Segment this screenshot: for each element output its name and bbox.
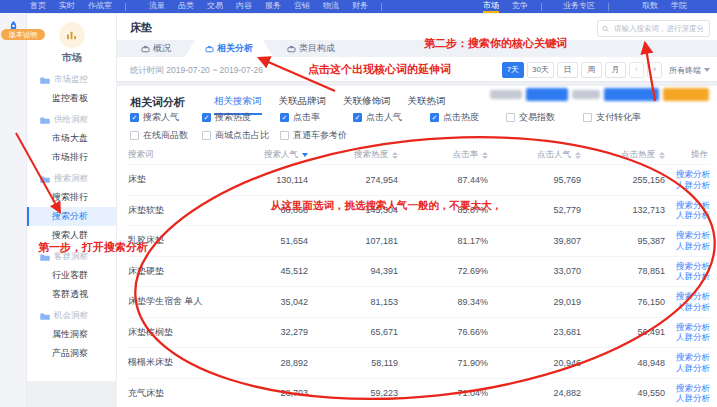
sidebar-group-市场监控[interactable]: 市场监控 [27,71,116,89]
nav-item-作战室[interactable]: 作战室 [88,0,112,13]
column-header-点击率[interactable]: 点击率 [398,149,488,161]
sidebar-item-客群透视[interactable]: 客群透视 [27,285,116,304]
metric-点击率[interactable]: ✓点击率 [280,111,353,124]
action-link-搜索分析[interactable]: 搜索分析 [665,291,710,302]
metric-支付转化率[interactable]: 支付转化率 [583,111,708,124]
keyword-cell: 床垫软垫 [128,204,244,217]
sidebar-item-产品洞察[interactable]: 产品洞察 [27,344,116,363]
action-link-人群分析[interactable]: 人群分析 [665,332,710,343]
value-cell: 39,807 [488,236,581,246]
page-title: 床垫 [130,20,152,35]
value-cell: 71.04% [398,388,488,398]
keyword-cell: 床垫硬垫 [128,265,244,278]
nav-item-服务[interactable]: 服务 [265,0,281,13]
nav-item-首页[interactable]: 首页 [30,0,46,13]
nav-item-市场[interactable]: 市场 [483,0,499,13]
search-icon [602,25,609,33]
action-link-搜索分析[interactable]: 搜索分析 [665,200,710,211]
page-header: 床垫 [117,14,717,40]
nav-item-竞争[interactable]: 竞争 [512,0,528,13]
nav-item-财务[interactable]: 财务 [352,0,368,13]
stat-time: 统计时间 2019-07-20 ~ 2019-07-26 [130,65,263,77]
metric-点击热度[interactable]: ✓点击热度 [430,111,506,124]
nav-item-内容[interactable]: 内容 [236,0,252,13]
sidebar-group-供给洞察[interactable]: 供给洞察 [27,111,116,129]
top-nav: 首页实时作战室流量品类交易内容服务营销物流财务市场竞争业务专区取数学院 [0,0,717,13]
column-header-label: 点击热度 [621,149,655,161]
value-cell: 255,156 [581,175,665,185]
column-header-label: 搜索词 [128,149,154,161]
sidebar-item-监控看板[interactable]: 监控看板 [27,89,116,108]
column-header-搜索热度[interactable]: 搜索热度 [308,149,398,161]
metric-直通车参考价[interactable]: 直通车参考价 [280,129,353,142]
checkbox-icon [130,131,139,140]
terminal-dropdown[interactable]: 所有终端 [669,65,710,76]
action-link-人群分析[interactable]: 人群分析 [665,393,710,404]
sidebar-item-行业客群[interactable]: 行业客群 [27,266,116,285]
action-link-搜索分析[interactable]: 搜索分析 [665,322,710,333]
nav-divider [381,3,382,11]
value-cell: 33,070 [488,266,581,276]
checkbox-icon [202,131,211,140]
sidebar-menu: 市场监控监控看板供给洞察市场大盘市场排行搜索洞察搜索排行搜索分析搜索人群客群洞察… [27,71,116,363]
action-link-搜索分析[interactable]: 搜索分析 [665,261,710,272]
metric-点击人气[interactable]: ✓点击人气 [353,111,430,124]
next-page-button[interactable]: › [647,62,662,78]
nav-item-营销[interactable]: 营销 [294,0,310,13]
date-button-日[interactable]: 日 [557,62,578,78]
annotation-select-tip: 从这里面选词，挑选搜索人气一般的，不要太大， [271,199,502,213]
column-header-搜索人气[interactable]: 搜索人气 [244,149,308,161]
blue-button[interactable] [604,88,659,101]
action-link-人群分析[interactable]: 人群分析 [665,210,710,221]
action-link-人群分析[interactable]: 人群分析 [665,363,710,374]
metric-搜索人气[interactable]: ✓搜索人气 [130,111,202,124]
nav-item-学院[interactable]: 学院 [671,0,687,13]
metric-交易指数[interactable]: 交易指数 [506,111,583,124]
action-link-人群分析[interactable]: 人群分析 [665,180,710,191]
nav-item-取数[interactable]: 取数 [642,0,658,13]
tab-概况[interactable]: 概况 [127,40,185,57]
nav-item-物流[interactable]: 物流 [323,0,339,13]
column-header-点击热度[interactable]: 点击热度 [581,149,665,161]
metric-搜索热度[interactable]: ✓搜索热度 [202,111,280,124]
nav-item-流量[interactable]: 流量 [149,0,165,13]
tab-相关分析[interactable]: 相关分析 [185,40,273,57]
nav-item-品类[interactable]: 品类 [178,0,194,13]
checkbox-icon: ✓ [353,113,362,122]
sidebar-group-机会洞察[interactable]: 机会洞察 [27,307,116,325]
action-link-人群分析[interactable]: 人群分析 [665,241,710,252]
nav-item-实时[interactable]: 实时 [59,0,75,13]
tab-类目构成[interactable]: 类目构成 [273,40,349,57]
search-input[interactable] [612,23,705,34]
sidebar-item-搜索分析[interactable]: 搜索分析 [27,207,116,226]
date-button-周[interactable]: 周 [581,62,602,78]
prev-page-button[interactable]: ‹ [629,62,644,78]
metric-商城点击占比[interactable]: 商城点击占比 [202,129,280,142]
action-link-人群分析[interactable]: 人群分析 [665,302,710,313]
action-link-人群分析[interactable]: 人群分析 [665,271,710,282]
metric-label: 搜索人气 [143,111,179,124]
date-button-30天[interactable]: 30天 [527,62,554,78]
value-cell: 87.44% [398,175,488,185]
sidebar-item-市场排行[interactable]: 市场排行 [27,148,116,167]
date-button-7天[interactable]: 7天 [502,62,524,78]
sidebar-group-搜索洞察[interactable]: 搜索洞察 [27,170,116,188]
action-link-搜索分析[interactable]: 搜索分析 [665,383,710,394]
sidebar-item-属性洞察[interactable]: 属性洞察 [27,325,116,344]
action-link-搜索分析[interactable]: 搜索分析 [665,230,710,241]
version-badge[interactable]: 版本说明 [1,29,45,40]
search-box[interactable] [597,20,710,37]
checkbox-icon [280,131,289,140]
sidebar-item-市场大盘[interactable]: 市场大盘 [27,129,116,148]
metric-在线商品数[interactable]: 在线商品数 [130,129,202,142]
nav-item-交易[interactable]: 交易 [207,0,223,13]
action-link-搜索分析[interactable]: 搜索分析 [665,352,710,363]
nav-item-业务专区[interactable]: 业务专区 [563,0,595,13]
column-header-点击人气[interactable]: 点击人气 [488,149,581,161]
blue-button[interactable] [526,88,568,101]
orange-button[interactable] [663,88,709,101]
date-button-月[interactable]: 月 [605,62,626,78]
action-link-搜索分析[interactable]: 搜索分析 [665,169,710,180]
sidebar-item-搜索排行[interactable]: 搜索排行 [27,188,116,207]
keyword-cell: 榻榻米床垫 [128,356,244,369]
